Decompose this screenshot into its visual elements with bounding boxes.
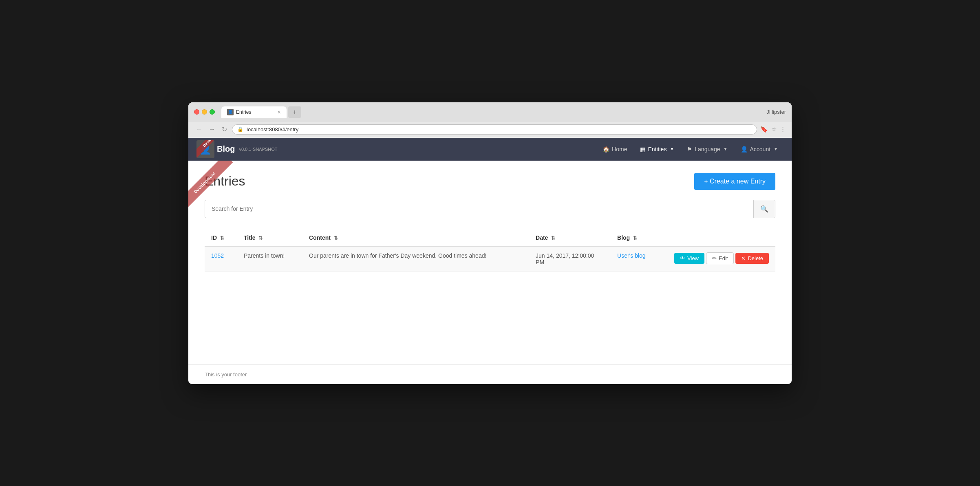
page-title: Entries (205, 174, 245, 189)
reload-button[interactable]: ↻ (220, 125, 229, 134)
table-row: 1052 Parents in town! Our parents are in… (205, 246, 775, 272)
brand-name: Blog (217, 144, 235, 154)
lock-icon: 🔒 (237, 126, 243, 132)
nav-account[interactable]: 👤 Account ▼ (735, 143, 784, 156)
bookmark-icon[interactable]: 🔖 (760, 126, 768, 133)
view-button[interactable]: 👁 View (674, 253, 704, 264)
create-entry-button[interactable]: + Create a new Entry (694, 173, 775, 190)
brand-version: v0.0.1-SNAPSHOT (239, 147, 277, 152)
nav-entities-label: Entities (648, 146, 667, 152)
sort-icon-date: ⇅ (551, 235, 555, 241)
search-input[interactable] (205, 201, 753, 217)
eye-icon: 👁 (680, 255, 685, 261)
cell-id: 1052 (205, 246, 237, 272)
table-header-row: ID ⇅ Title ⇅ Content ⇅ Date (205, 230, 775, 246)
search-button[interactable]: 🔍 (753, 200, 775, 218)
cell-actions: 👁 View ✏ Edit ✕ Delete (668, 246, 775, 272)
account-icon: 👤 (741, 146, 748, 152)
forward-button[interactable]: → (207, 125, 217, 134)
navbar: 👤 Development Blog v0.0.1-SNAPSHOT 🏠 Hom… (188, 138, 792, 161)
address-bar[interactable]: 🔒 localhost:8080/#/entry (232, 124, 757, 135)
nav-account-label: Account (750, 146, 771, 152)
language-icon: ⚑ (687, 146, 692, 152)
home-icon: 🏠 (603, 146, 609, 152)
blog-link[interactable]: User's blog (617, 252, 646, 259)
sort-icon-id: ⇅ (220, 235, 224, 241)
address-actions: 🔖 ☆ ⋮ (760, 126, 786, 133)
language-caret: ▼ (724, 147, 728, 151)
nav-entities[interactable]: ▦ Entities ▼ (634, 143, 680, 156)
entities-caret: ▼ (670, 147, 674, 151)
close-button[interactable] (194, 109, 199, 115)
search-container: 🔍 (205, 200, 775, 218)
sort-icon-title: ⇅ (258, 235, 263, 241)
page-content: Development Entries + Create a new Entry… (188, 161, 792, 364)
col-header-content[interactable]: Content ⇅ (302, 230, 529, 246)
sort-icon-blog: ⇅ (633, 235, 637, 241)
tab-favicon: 👤 (227, 109, 234, 115)
row-actions: 👁 View ✏ Edit ✕ Delete (674, 252, 769, 264)
browser-title: JHipster (766, 109, 786, 115)
fullscreen-button[interactable] (210, 109, 215, 115)
browser-tabs: 👤 Entries × + (221, 106, 763, 118)
col-header-actions (668, 230, 775, 246)
edit-button[interactable]: ✏ Edit (706, 252, 734, 264)
tab-title: Entries (236, 109, 251, 115)
navbar-brand[interactable]: 👤 Development Blog v0.0.1-SNAPSHOT (196, 140, 278, 158)
nav-language[interactable]: ⚑ Language ▼ (681, 143, 733, 156)
minimize-button[interactable] (202, 109, 207, 115)
star-icon[interactable]: ☆ (771, 126, 777, 133)
pencil-icon: ✏ (712, 255, 717, 261)
delete-button[interactable]: ✕ Delete (735, 253, 769, 264)
sort-icon-content: ⇅ (334, 235, 338, 241)
traffic-lights (194, 109, 215, 115)
back-button[interactable]: ← (194, 125, 204, 134)
tab-close-button[interactable]: × (278, 109, 281, 115)
new-tab-button[interactable]: + (288, 106, 301, 118)
brand-logo: 👤 Development (196, 140, 214, 158)
app-footer: This is your footer (188, 364, 792, 384)
cell-content: Our parents are in town for Father's Day… (302, 246, 529, 272)
x-icon: ✕ (741, 255, 746, 261)
active-tab[interactable]: 👤 Entries × (221, 106, 287, 118)
address-bar-container: ← → ↻ 🔒 localhost:8080/#/entry 🔖 ☆ ⋮ (188, 122, 792, 138)
page-header: Entries + Create a new Entry (205, 173, 775, 190)
nav-home-label: Home (612, 146, 627, 152)
footer-text: This is your footer (205, 371, 247, 378)
entities-icon: ▦ (640, 146, 645, 152)
entries-table: ID ⇅ Title ⇅ Content ⇅ Date (205, 230, 775, 272)
url-text: localhost:8080/#/entry (247, 126, 298, 133)
col-header-date[interactable]: Date ⇅ (529, 230, 611, 246)
navbar-nav: 🏠 Home ▦ Entities ▼ ⚑ Language ▼ 👤 Accou… (597, 143, 784, 156)
nav-language-label: Language (695, 146, 720, 152)
cell-date: Jun 14, 2017, 12:00:00 PM (529, 246, 611, 272)
col-header-id[interactable]: ID ⇅ (205, 230, 237, 246)
cell-title: Parents in town! (237, 246, 302, 272)
menu-icon[interactable]: ⋮ (780, 126, 786, 133)
col-header-blog[interactable]: Blog ⇅ (611, 230, 668, 246)
entry-id-link[interactable]: 1052 (211, 252, 224, 259)
cell-blog: User's blog (611, 246, 668, 272)
col-header-title[interactable]: Title ⇅ (237, 230, 302, 246)
account-caret: ▼ (774, 147, 778, 151)
nav-home[interactable]: 🏠 Home (597, 143, 633, 156)
